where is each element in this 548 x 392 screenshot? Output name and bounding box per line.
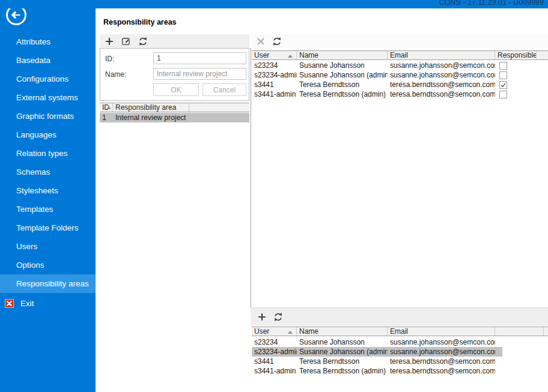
member-row-email: teresa.berndtsson@semcon.com xyxy=(388,89,495,99)
available-row-email: susanne.johansson@semcon.com xyxy=(388,337,495,347)
add-area-button[interactable] xyxy=(104,36,115,47)
areas-table-header: ID Responsibility area xyxy=(100,103,249,112)
member-row-responsible-cell xyxy=(495,61,537,70)
back-arrow-icon xyxy=(10,8,23,22)
available-row-name: Susanne Johansson xyxy=(297,337,388,347)
members-toolbar xyxy=(252,34,548,48)
refresh-available-button[interactable] xyxy=(273,312,284,322)
area-row-id: 1 xyxy=(100,113,113,122)
member-row[interactable]: s3441Teresa Berndtssonteresa.berndtsson@… xyxy=(252,80,548,89)
column-header-responsible[interactable]: Responsible xyxy=(495,51,537,59)
sidebar-item-external-systems[interactable]: External systems xyxy=(0,88,96,107)
sidebar-item-options[interactable]: Options xyxy=(0,256,96,274)
responsible-checkbox[interactable] xyxy=(499,62,507,70)
column-header-email[interactable]: Email xyxy=(388,51,495,59)
members-table-rows: s23234Susanne Johanssonsusanne.johansson… xyxy=(252,61,548,99)
refresh-icon xyxy=(138,37,148,46)
member-row-name: Teresa Berndtsson xyxy=(297,80,388,89)
available-row-user: s23234 xyxy=(252,337,297,347)
available-row-email: teresa.berndtsson@semcon.com xyxy=(388,357,495,366)
member-row-responsible-cell xyxy=(495,70,537,80)
sidebar-item-basedata[interactable]: Basedata xyxy=(0,51,96,70)
name-label: Name: xyxy=(105,70,126,79)
available-row[interactable]: s3441Teresa Berndtssonteresa.berndtsson@… xyxy=(252,357,548,366)
available-table-header: User Name Email xyxy=(252,327,548,336)
id-field[interactable] xyxy=(153,52,246,64)
sort-ascending-icon xyxy=(288,331,293,334)
title-strip: CONS - 17.11.23.01 - D009989 xyxy=(0,0,548,8)
member-row-user: s3441 xyxy=(252,80,297,89)
area-editor-form: ID: Name: OK Cancel xyxy=(100,48,249,101)
sort-ascending-icon xyxy=(288,55,293,58)
sidebar-item-configurations[interactable]: Configurations xyxy=(0,70,96,88)
application-window: AttributesBasedataConfigurationsExternal… xyxy=(0,0,548,392)
available-row-email: teresa.berndtsson@semcon.com xyxy=(388,366,495,376)
available-row-user: s23234-admin xyxy=(252,347,297,357)
ok-button[interactable]: OK xyxy=(153,83,199,96)
column-header-filler xyxy=(495,327,544,336)
areas-toolbar xyxy=(100,34,249,48)
column-header-email[interactable]: Email xyxy=(388,327,495,336)
edit-area-button[interactable] xyxy=(121,36,132,47)
area-row[interactable]: 1Internal review project xyxy=(100,113,249,122)
member-row-name: Susanne Johansson xyxy=(297,61,388,70)
sidebar-item-attributes[interactable]: Attributes xyxy=(0,32,96,51)
sidebar-item-schemas[interactable]: Schemas xyxy=(0,163,96,181)
available-row[interactable]: s3441-adminTeresa Berndtsson (admin)tere… xyxy=(252,366,548,376)
refresh-members-button[interactable] xyxy=(272,36,282,47)
sidebar-nav: AttributesBasedataConfigurationsExternal… xyxy=(0,32,96,293)
members-table-header: User Name Email Responsible xyxy=(252,50,548,60)
refresh-areas-button[interactable] xyxy=(138,36,148,47)
column-header-user[interactable]: User xyxy=(252,327,297,336)
plus-icon xyxy=(105,37,114,46)
available-row[interactable]: s23234-adminSusanne Johansson (admin)sus… xyxy=(252,347,502,357)
sidebar-item-templates[interactable]: Templates xyxy=(0,200,96,219)
area-row-name: Internal review project xyxy=(113,113,189,122)
sidebar-item-graphic-formats[interactable]: Graphic formats xyxy=(0,107,96,125)
member-row-email: susanne.johansson@semcon.com xyxy=(388,70,495,80)
available-row-email: susanne.johansson@semcon.com xyxy=(388,347,495,357)
sidebar-item-stylesheets[interactable]: Stylesheets xyxy=(0,181,96,200)
sidebar-item-users[interactable]: Users xyxy=(0,237,96,256)
sidebar: AttributesBasedataConfigurationsExternal… xyxy=(0,0,96,392)
available-row-name: Teresa Berndtsson xyxy=(297,357,388,366)
sidebar-item-template-folders[interactable]: Template Folders xyxy=(0,219,96,237)
sidebar-item-relation-types[interactable]: Relation types xyxy=(0,144,96,163)
member-row-email: susanne.johansson@semcon.com xyxy=(388,61,495,70)
edit-icon xyxy=(121,37,131,46)
check-icon xyxy=(500,82,507,88)
member-row[interactable]: s3441-adminTeresa Berndtsson (admin)tere… xyxy=(252,89,548,99)
responsible-checkbox[interactable] xyxy=(499,71,507,79)
available-row[interactable]: s23234Susanne Johanssonsusanne.johansson… xyxy=(252,337,548,347)
column-header-name[interactable]: Name xyxy=(297,327,388,336)
member-row-user: s23234 xyxy=(252,61,297,70)
sidebar-item-responsibility-areas[interactable]: Responsibility areas xyxy=(0,274,96,293)
responsible-checkbox[interactable] xyxy=(499,81,507,89)
page-title: Responsibility areas xyxy=(103,18,177,26)
sidebar-item-languages[interactable]: Languages xyxy=(0,125,96,144)
cancel-button[interactable]: Cancel xyxy=(202,83,246,96)
member-row[interactable]: s23234-adminSusanne Johansson (admin)sus… xyxy=(252,70,548,80)
areas-table-rows: 1Internal review project xyxy=(100,113,249,122)
member-row[interactable]: s23234Susanne Johanssonsusanne.johansson… xyxy=(252,61,548,70)
column-header-responsibility-area[interactable]: Responsibility area xyxy=(113,103,189,112)
remove-member-button[interactable] xyxy=(255,36,266,47)
sidebar-item-exit[interactable]: Exit xyxy=(0,294,96,313)
available-users-toolbar xyxy=(251,307,548,326)
column-header-filler xyxy=(189,103,249,112)
responsible-checkbox[interactable] xyxy=(499,91,507,98)
member-row-responsible-cell xyxy=(495,89,537,99)
panel-divider xyxy=(251,48,251,307)
column-header-name[interactable]: Name xyxy=(297,51,388,59)
name-field[interactable] xyxy=(153,68,246,80)
refresh-icon xyxy=(272,37,282,46)
version-text: CONS - 17.11.23.01 - D009989 xyxy=(439,0,544,7)
refresh-icon xyxy=(273,312,283,322)
exit-label: Exit xyxy=(20,299,34,308)
column-header-user[interactable]: User xyxy=(252,51,297,59)
member-row-email: teresa.berndtsson@semcon.com xyxy=(388,80,495,89)
column-header-filler xyxy=(537,51,548,59)
add-member-button[interactable] xyxy=(257,312,267,322)
sort-ascending-icon xyxy=(106,106,111,109)
column-header-id[interactable]: ID xyxy=(100,103,113,112)
